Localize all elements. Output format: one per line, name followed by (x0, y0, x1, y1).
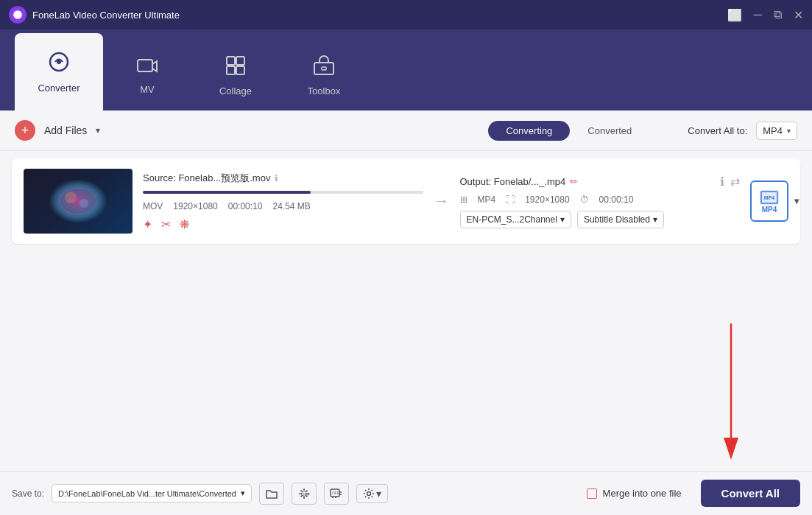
svg-marker-17 (724, 438, 738, 460)
svg-rect-6 (227, 66, 235, 74)
edit-output-icon[interactable]: ✏ (570, 176, 578, 187)
svg-point-11 (65, 192, 77, 203)
captions-button[interactable]: ⬜ (727, 8, 742, 22)
output-metadata: ⊞ MP4 ⛶ 1920×1080 ⏱ 00:00:10 (460, 195, 741, 205)
merge-checkbox[interactable] (587, 488, 597, 499)
svg-rect-9 (322, 67, 326, 70)
red-arrow-annotation (709, 316, 753, 463)
add-files-label[interactable]: Add Files (44, 125, 87, 136)
boost-button[interactable]: OFF (292, 483, 317, 505)
source-duration: 00:00:10 (228, 201, 263, 211)
tab-converter-label: Converter (38, 83, 80, 94)
app-icon (9, 6, 27, 24)
hardware-accel-button[interactable]: OFF (324, 483, 349, 505)
svg-point-21 (367, 491, 370, 495)
merge-label: Merge into one file (603, 488, 682, 499)
minimize-button[interactable]: ─ (754, 8, 762, 21)
format-badge-dropdown[interactable]: ▾ (794, 196, 799, 206)
effects-icon[interactable]: ❋ (180, 217, 189, 231)
selected-format-label: MP4 (763, 125, 783, 136)
svg-point-0 (13, 10, 22, 19)
convert-arrow: → (434, 192, 450, 211)
browse-folder-button[interactable] (259, 483, 284, 505)
save-path-value: D:\FoneLab\FoneLab Vid...ter Ultimate\Co… (58, 489, 236, 498)
content-area: Source: Fonelab...预览版.mov ℹ MOV 1920×108… (0, 151, 812, 471)
output-info: Output: Fonelab/..._.mp4 ✏ ℹ ⇄ ⊞ MP4 ⛶ 1… (460, 175, 741, 228)
format-meta-icon: ⊞ (460, 195, 467, 205)
subtitle-arrow: ▾ (653, 214, 657, 225)
format-badge: MP4 MP4 ▾ (750, 181, 788, 222)
cut-icon[interactable]: ✂ (161, 217, 171, 231)
app-title: FoneLab Video Converter Ultimate (32, 10, 180, 21)
source-format: MOV (143, 201, 163, 211)
audio-track-value: EN-PCM_S...2Channel (467, 214, 557, 225)
output-format: MP4 (478, 195, 496, 205)
file-info-left: Source: Fonelab...预览版.mov ℹ MOV 1920×108… (143, 172, 423, 231)
subtitle-value: Subtitle Disabled (584, 214, 650, 225)
audio-track-dropdown[interactable]: EN-PCM_S...2Channel ▾ (460, 211, 571, 228)
svg-rect-4 (227, 57, 235, 65)
info-icon[interactable]: ℹ (275, 173, 278, 183)
svg-text:OFF: OFF (332, 491, 339, 495)
file-card: Source: Fonelab...预览版.mov ℹ MOV 1920×108… (12, 158, 800, 244)
mv-icon (136, 57, 158, 80)
format-selector[interactable]: MP4 ▾ (756, 122, 797, 140)
tab-converter[interactable]: Converter (15, 33, 103, 111)
save-to-label: Save to: (12, 488, 44, 499)
tab-collage-label: Collage (219, 85, 252, 97)
svg-point-12 (80, 199, 88, 208)
save-path-selector[interactable]: D:\FoneLab\FoneLab Vid...ter Ultimate\Co… (52, 484, 252, 502)
bottom-bar: Save to: D:\FoneLab\FoneLab Vid...ter Ul… (0, 471, 812, 515)
enhance-icon[interactable]: ✦ (143, 217, 152, 231)
svg-rect-8 (314, 63, 333, 74)
status-tabs: Converting Converted (488, 121, 649, 141)
close-button[interactable]: ✕ (794, 8, 803, 22)
output-filename: Output: Fonelab/..._.mp4 (460, 176, 566, 187)
settings-arrow: ▾ (376, 488, 381, 500)
source-resolution: 1920×1080 (173, 201, 217, 211)
tab-toolbox-label: Toolbox (308, 85, 341, 97)
format-dropdown-arrow: ▾ (787, 127, 791, 135)
converted-tab[interactable]: Converted (570, 121, 649, 141)
svg-rect-5 (236, 57, 244, 65)
convert-all-button[interactable]: Convert All (701, 480, 800, 507)
add-files-dropdown-arrow[interactable]: ▾ (96, 125, 100, 136)
converting-tab[interactable]: Converting (488, 121, 570, 141)
progress-bar-fill (143, 191, 311, 194)
svg-point-2 (57, 60, 61, 64)
add-files-plus-button[interactable]: + (15, 120, 35, 141)
collage-icon (225, 55, 246, 81)
restore-button[interactable]: ⧉ (774, 8, 782, 21)
file-actions: ✦ ✂ ❋ (143, 217, 423, 231)
output-icons: ℹ ⇄ (720, 175, 740, 189)
output-duration: 00:00:10 (599, 195, 634, 205)
toolbar: + Add Files ▾ Converting Converted Conve… (0, 111, 812, 151)
source-filename: Source: Fonelab...预览版.mov (143, 172, 270, 185)
tab-mv-label: MV (140, 84, 155, 95)
tab-collage[interactable]: Collage (191, 41, 280, 111)
output-info-icon[interactable]: ℹ (720, 175, 724, 189)
audio-track-arrow: ▾ (560, 214, 565, 225)
svg-text:OFF: OFF (301, 492, 310, 497)
convert-all-to-label: Convert All to: (688, 125, 747, 136)
tab-mv[interactable]: MV (103, 41, 191, 111)
progress-bar-background (143, 191, 423, 194)
output-dropdowns: EN-PCM_S...2Channel ▾ Subtitle Disabled … (460, 211, 741, 228)
svg-text:MP4: MP4 (764, 195, 775, 200)
tab-toolbox[interactable]: Toolbox (280, 41, 368, 111)
toolbox-icon (313, 55, 335, 81)
output-settings-icon[interactable]: ⇄ (730, 175, 740, 189)
file-metadata: MOV 1920×1080 00:00:10 24.54 MB (143, 201, 423, 211)
merge-area: Merge into one file (587, 488, 682, 499)
nav-tabs: Converter MV Collage (0, 29, 812, 111)
save-path-arrow: ▾ (241, 488, 245, 498)
converter-icon (48, 51, 70, 78)
subtitle-dropdown[interactable]: Subtitle Disabled ▾ (577, 211, 664, 228)
video-thumbnail (24, 169, 133, 234)
settings-button[interactable]: ▾ (356, 484, 388, 503)
title-bar: FoneLab Video Converter Ultimate ⬜ ─ ⧉ ✕ (0, 0, 812, 29)
output-resolution: 1920×1080 (525, 195, 569, 205)
svg-rect-7 (236, 66, 244, 74)
resolution-meta-icon: ⛶ (506, 195, 515, 205)
source-size: 24.54 MB (272, 201, 310, 211)
